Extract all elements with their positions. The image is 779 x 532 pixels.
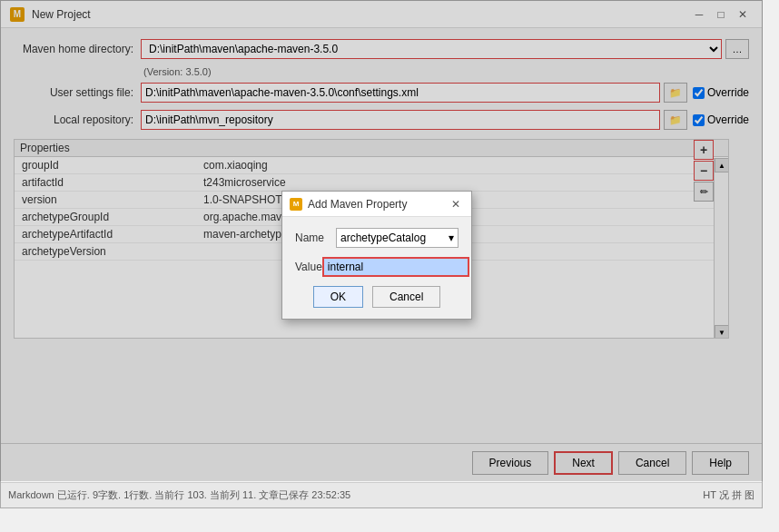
status-text: Markdown 已运行. 9字数. 1行数. 当前行 103. 当前列 11.…: [8, 488, 350, 502]
modal-value-input[interactable]: [322, 257, 469, 277]
modal-content: Name archetypeCatalog ▾ Value OK Cancel: [282, 217, 471, 319]
modal-ok-button[interactable]: OK: [313, 286, 363, 308]
modal-title: Add Maven Property: [308, 198, 448, 211]
modal-name-value: archetypeCatalog: [340, 232, 426, 244]
modal-value-label: Value: [295, 261, 322, 273]
dropdown-icon: ▾: [449, 232, 454, 244]
modal-cancel-button[interactable]: Cancel: [372, 286, 440, 308]
modal-buttons: OK Cancel: [295, 286, 459, 308]
modal-app-icon: M: [290, 198, 302, 211]
modal-close-button[interactable]: ✕: [448, 196, 464, 212]
add-property-dialog: M Add Maven Property ✕ Name archetypeCat…: [281, 191, 472, 320]
status-bar: Markdown 已运行. 9字数. 1行数. 当前行 103. 当前列 11.…: [1, 482, 762, 507]
modal-title-bar: M Add Maven Property ✕: [282, 192, 471, 217]
modal-name-row: Name archetypeCatalog ▾: [295, 228, 459, 248]
status-right-info: HT 况 拼 图: [703, 488, 754, 502]
modal-name-label: Name: [295, 232, 336, 244]
modal-value-row: Value: [295, 257, 459, 277]
modal-name-select[interactable]: archetypeCatalog ▾: [336, 228, 459, 248]
